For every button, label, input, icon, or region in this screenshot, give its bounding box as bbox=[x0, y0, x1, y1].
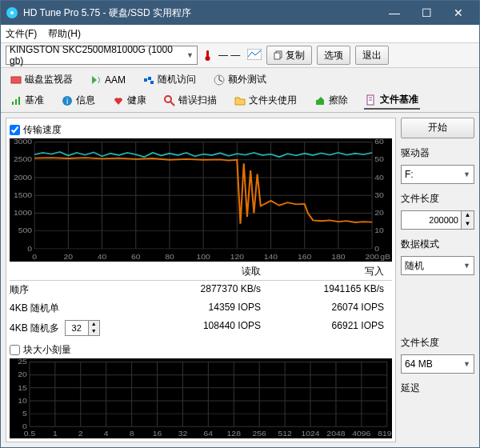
svg-text:20: 20 bbox=[18, 370, 27, 378]
menu-bar: 文件(F) 帮助(H) bbox=[1, 25, 479, 43]
main-panel: 传输速度 MB/s ms 050010001500200025003000 01… bbox=[6, 118, 396, 442]
data-mode-label: 数据模式 bbox=[401, 238, 474, 251]
tab-folder-usage[interactable]: 文件夹使用 bbox=[233, 91, 298, 110]
copy-button[interactable]: 复制 bbox=[266, 46, 312, 65]
file-length2-select[interactable]: 64 MB▼ bbox=[401, 354, 474, 374]
svg-line-18 bbox=[170, 102, 174, 106]
block-size-checkbox[interactable]: 块大小刻量 bbox=[10, 343, 392, 357]
menu-help[interactable]: 帮助(H) bbox=[48, 27, 81, 41]
threads-spinner[interactable]: ▲▼ bbox=[65, 320, 100, 336]
tab-benchmark[interactable]: 基准 bbox=[9, 91, 46, 110]
exit-button[interactable]: 退出 bbox=[355, 46, 389, 65]
svg-text:gB: gB bbox=[380, 252, 390, 260]
spin-up-icon[interactable]: ▲ bbox=[461, 211, 474, 220]
svg-text:64: 64 bbox=[204, 430, 214, 438]
spin-down-icon[interactable]: ▼ bbox=[461, 220, 474, 229]
svg-rect-10 bbox=[150, 81, 154, 84]
tab-file-benchmark[interactable]: 文件基准 bbox=[364, 91, 420, 110]
tab-info[interactable]: i信息 bbox=[60, 91, 97, 110]
svg-rect-7 bbox=[11, 77, 21, 83]
svg-rect-14 bbox=[18, 97, 20, 105]
svg-text:4096: 4096 bbox=[352, 430, 370, 438]
svg-text:500: 500 bbox=[18, 226, 33, 234]
chart-mini-icon[interactable] bbox=[247, 49, 262, 62]
svg-text:25: 25 bbox=[18, 358, 27, 366]
svg-text:0.5: 0.5 bbox=[24, 430, 36, 438]
data-mode-select[interactable]: 随机▼ bbox=[401, 256, 474, 275]
hdr-write: 写入 bbox=[269, 265, 392, 278]
app-icon bbox=[6, 6, 18, 19]
svg-text:120: 120 bbox=[230, 252, 245, 260]
row-seq-label: 顺序 bbox=[10, 283, 146, 297]
tab-health[interactable]: 健康 bbox=[111, 91, 148, 110]
svg-text:4: 4 bbox=[104, 430, 109, 438]
4k-single-read: 14359 IOPS bbox=[146, 302, 269, 315]
tab-error-scan[interactable]: 错误扫描 bbox=[162, 91, 218, 110]
tab-aam[interactable]: AAM bbox=[89, 71, 127, 88]
svg-text:1024: 1024 bbox=[301, 430, 320, 438]
drive-select[interactable]: KINGSTON SKC2500M81000G (1000 gb) ▼ bbox=[6, 46, 198, 65]
svg-rect-12 bbox=[12, 102, 14, 105]
side-panel: 开始 驱动器 F:▼ 文件长度 ▲▼ 数据模式 随机▼ 文件长度 64 MB▼ … bbox=[401, 118, 474, 442]
options-button[interactable]: 选项 bbox=[317, 46, 350, 65]
temp-reading: — — bbox=[218, 50, 242, 61]
svg-text:i: i bbox=[66, 97, 68, 106]
svg-text:8: 8 bbox=[130, 430, 134, 438]
svg-text:15: 15 bbox=[18, 383, 27, 391]
file-length-label: 文件长度 bbox=[401, 192, 474, 206]
4k-multi-read: 108440 IOPS bbox=[146, 320, 269, 336]
svg-rect-2 bbox=[206, 50, 209, 57]
svg-text:1500: 1500 bbox=[14, 191, 33, 199]
menu-file[interactable]: 文件(F) bbox=[6, 27, 37, 41]
file-length2-label: 文件长度 bbox=[401, 336, 474, 350]
svg-rect-13 bbox=[15, 99, 17, 105]
svg-text:0: 0 bbox=[32, 252, 37, 260]
svg-rect-6 bbox=[274, 53, 280, 59]
transfer-speed-checkbox[interactable]: 传输速度 bbox=[10, 123, 392, 137]
svg-text:30: 30 bbox=[374, 191, 384, 199]
file-length-spinner[interactable]: ▲▼ bbox=[401, 210, 474, 230]
4k-single-write: 26074 IOPS bbox=[269, 302, 392, 315]
thermometer-icon bbox=[202, 50, 214, 61]
drive-letter-select[interactable]: F:▼ bbox=[401, 165, 474, 184]
svg-point-3 bbox=[206, 56, 210, 61]
svg-text:140: 140 bbox=[264, 252, 278, 260]
transfer-chart: 050010001500200025003000 0102030405060 0… bbox=[10, 138, 392, 262]
svg-rect-23 bbox=[10, 138, 392, 262]
tab-random-access[interactable]: 随机访问 bbox=[142, 71, 198, 88]
svg-text:20: 20 bbox=[374, 209, 384, 217]
svg-text:160: 160 bbox=[298, 252, 312, 260]
minimize-button[interactable]: — bbox=[378, 2, 410, 24]
svg-rect-8 bbox=[144, 78, 147, 82]
svg-text:80: 80 bbox=[165, 252, 174, 260]
title-bar: HD Tune Pro 5.75 - 硬盘/SSD 实用程序 — ☐ ✕ bbox=[1, 1, 479, 25]
chevron-down-icon: ▼ bbox=[463, 262, 470, 270]
svg-text:20: 20 bbox=[64, 252, 74, 260]
svg-text:256: 256 bbox=[253, 430, 266, 438]
4k-multi-write: 66921 IOPS bbox=[269, 320, 392, 336]
start-button[interactable]: 开始 bbox=[401, 118, 474, 138]
svg-text:100: 100 bbox=[196, 252, 210, 260]
block-chart: 0510152025 0.512481632641282565121024204… bbox=[10, 358, 392, 438]
svg-text:60: 60 bbox=[374, 138, 384, 146]
tab-erase[interactable]: 擦除 bbox=[313, 91, 350, 110]
tab-disk-monitor[interactable]: 磁盘监视器 bbox=[9, 71, 74, 88]
svg-text:8192: 8192 bbox=[378, 430, 392, 438]
svg-text:0: 0 bbox=[374, 244, 379, 252]
seq-write: 1941165 KB/s bbox=[269, 283, 392, 297]
delay-label: 延迟 bbox=[401, 382, 474, 395]
spin-up-icon[interactable]: ▲ bbox=[88, 321, 99, 328]
close-button[interactable]: ✕ bbox=[442, 2, 474, 24]
tab-extra-tests[interactable]: 额外测试 bbox=[212, 71, 268, 88]
stats-table: 读取 写入 顺序 2877370 KB/s 1941165 KB/s 4KB 随… bbox=[10, 263, 392, 338]
chevron-down-icon: ▼ bbox=[463, 360, 470, 368]
drive-selected-text: KINGSTON SKC2500M81000G (1000 gb) bbox=[10, 44, 186, 66]
svg-text:2048: 2048 bbox=[326, 430, 345, 438]
chevron-down-icon: ▼ bbox=[463, 170, 470, 178]
hdr-read: 读取 bbox=[146, 265, 269, 278]
svg-text:180: 180 bbox=[331, 252, 346, 260]
drive-label: 驱动器 bbox=[401, 146, 474, 160]
maximize-button[interactable]: ☐ bbox=[410, 2, 442, 24]
svg-text:2000: 2000 bbox=[14, 173, 33, 181]
spin-down-icon[interactable]: ▼ bbox=[88, 328, 99, 335]
